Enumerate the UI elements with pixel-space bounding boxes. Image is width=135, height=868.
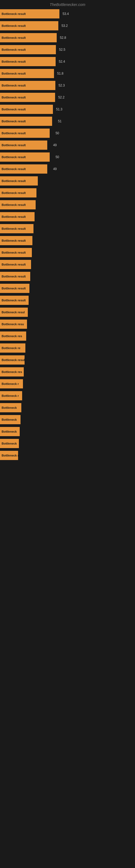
bar-label: Bottleneck resu (2, 322, 24, 326)
bar-fill: Bottleneck result52.2 (0, 93, 55, 102)
bar-row: Bottleneck res (0, 366, 135, 378)
bar-fill: Bottleneck result53.2 (0, 21, 58, 30)
bar-value: 49 (53, 143, 57, 147)
bar-row: Bottleneck result53.4 (0, 8, 135, 20)
bar-row: Bottleneck (0, 414, 135, 425)
bar-label: Bottleneck result (2, 108, 26, 111)
bar-row: Bottleneck result (0, 187, 135, 198)
bar-fill: Bottleneck result49 (0, 164, 47, 174)
bar-row: Bottleneck result50 (0, 127, 135, 139)
bar-row: Bottleneck result51.8 (0, 68, 135, 79)
bar-row: Bottleneck res (0, 330, 135, 342)
bar-row: Bottleneck result (0, 271, 135, 282)
bar-row: Bottleneck result53.2 (0, 20, 135, 31)
bar-fill: Bottleneck result (0, 355, 25, 365)
page-header: TheBottlenecker.com (0, 0, 135, 8)
bar-row: Bottleneck (0, 438, 135, 449)
bar-label: Bottleneck result (2, 96, 26, 99)
bar-row: Bottleneck result (0, 294, 135, 306)
bar-row: Bottleneck result (0, 211, 135, 222)
bar-fill: Bottleneck result (0, 176, 38, 186)
bar-row: Bottleneck result (0, 354, 135, 366)
bar-value: 52.2 (58, 95, 64, 99)
bar-value: 51.3 (56, 107, 62, 111)
bar-fill: Bottleneck (0, 439, 19, 448)
bar-row: Bottleneck (0, 426, 135, 437)
bar-fill: Bottleneck result52.5 (0, 45, 56, 54)
bar-label: Bottleneck result (2, 299, 26, 302)
bar-label: Bottleneck result (2, 179, 26, 183)
bar-label: Bottleneck result (2, 203, 26, 207)
bar-label: Bottleneck result (2, 239, 26, 242)
bar-fill: Bottleneck result52.4 (0, 57, 56, 66)
bar-fill: Bottleneck (0, 403, 21, 412)
bar-label: Bottleneck result (2, 144, 26, 147)
bar-fill: Bottleneck result (0, 236, 32, 245)
bar-row: Bottleneck resu (0, 318, 135, 330)
bar-label: Bottleneck result (2, 120, 26, 123)
bar-label: Bottleneck result (2, 227, 26, 230)
bar-row: Bottleneck result51.3 (0, 104, 135, 115)
bar-row: Bottleneck result (0, 235, 135, 246)
bar-label: Bottleneck (2, 430, 17, 433)
bar-label: Bottleneck result (2, 275, 26, 278)
bar-value: 52.3 (58, 84, 65, 87)
bar-fill: Bottleneck r (0, 451, 18, 460)
bar-fill: Bottleneck result (0, 212, 35, 221)
bar-value: 51.8 (57, 72, 63, 75)
bar-fill: Bottleneck r (0, 379, 23, 389)
bar-fill: Bottleneck resul (0, 308, 28, 317)
bar-fill: Bottleneck result (0, 188, 37, 197)
bar-label: Bottleneck result (2, 72, 26, 75)
bars-container: Bottleneck result53.4Bottleneck result53… (0, 8, 135, 462)
bar-label: Bottleneck result (2, 215, 26, 218)
site-title: TheBottlenecker.com (50, 2, 85, 7)
bar-value: 52.4 (59, 60, 65, 63)
bar-fill: Bottleneck result (0, 260, 31, 269)
bar-fill: Bottleneck res (0, 332, 26, 341)
bar-label: Bottleneck (2, 418, 17, 421)
bar-label: Bottleneck result (2, 251, 26, 254)
bar-row: Bottleneck (0, 402, 135, 413)
bar-fill: Bottleneck result52.8 (0, 33, 57, 42)
bar-row: Bottleneck result (0, 259, 135, 270)
bar-row: Bottleneck result52.2 (0, 92, 135, 103)
bar-label: Bottleneck result (2, 263, 26, 266)
bar-row: Bottleneck result (0, 223, 135, 235)
bar-label: Bottleneck (2, 406, 17, 409)
bar-label: Bottleneck result (2, 287, 26, 290)
bar-fill: Bottleneck (0, 427, 20, 436)
bar-row: Bottleneck result51 (0, 116, 135, 127)
bar-label: Bottleneck result (2, 60, 26, 63)
bar-row: Bottleneck result50 (0, 151, 135, 163)
bar-fill: Bottleneck result (0, 224, 34, 233)
bar-label: Bottleneck (2, 442, 17, 445)
bar-value: 52.8 (60, 36, 66, 40)
bar-fill: Bottleneck result (0, 200, 36, 209)
bar-fill: Bottleneck result51 (0, 117, 52, 126)
bar-fill: Bottleneck result49 (0, 141, 47, 150)
bar-row: Bottleneck r (0, 450, 135, 461)
bar-label: Bottleneck result (2, 155, 26, 159)
bar-fill: Bottleneck re (0, 343, 26, 352)
bar-fill: Bottleneck result51.3 (0, 105, 53, 114)
bar-row: Bottleneck result52.3 (0, 80, 135, 91)
bar-fill: Bottleneck result52.3 (0, 81, 55, 90)
bar-row: Bottleneck result52.8 (0, 32, 135, 43)
bar-row: Bottleneck result49 (0, 163, 135, 175)
bar-label: Bottleneck result (2, 167, 26, 170)
bar-label: Bottleneck result (2, 84, 26, 87)
bar-fill: Bottleneck resu (0, 319, 27, 329)
bar-value: 53.4 (63, 12, 69, 16)
bar-row: Bottleneck re (0, 342, 135, 354)
bar-label: Bottleneck r (2, 394, 19, 397)
bar-label: Bottleneck r (2, 382, 19, 385)
bar-fill: Bottleneck result (0, 284, 30, 293)
bar-fill: Bottleneck res (0, 367, 24, 376)
bar-value: 50 (56, 131, 59, 135)
bar-label: Bottleneck res (2, 370, 22, 373)
bar-value: 52.5 (59, 48, 65, 52)
bar-fill: Bottleneck result (0, 272, 30, 281)
bar-label: Bottleneck re (2, 346, 20, 350)
bar-value: 51 (58, 119, 61, 123)
